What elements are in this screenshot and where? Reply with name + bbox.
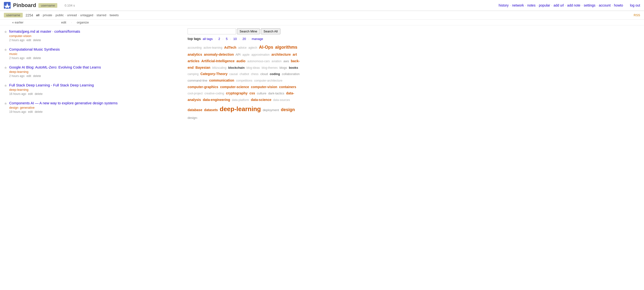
cloud-tag-architecture[interactable]: architecture xyxy=(272,53,291,56)
cloud-tag-algorithms[interactable]: algorithms xyxy=(275,45,297,50)
star-button[interactable]: ★ xyxy=(4,30,7,34)
delete-action[interactable]: delete xyxy=(34,110,42,113)
cloud-tag-computer-graphics[interactable]: computer-graphics xyxy=(188,85,218,89)
cloud-tag-aws[interactable]: aws xyxy=(283,59,289,63)
edit-action[interactable]: edit xyxy=(26,39,31,42)
search-input[interactable] xyxy=(188,28,236,34)
cloud-tag-accounting[interactable]: accounting xyxy=(188,46,202,49)
cloud-tag-articles[interactable]: articles xyxy=(188,59,200,63)
cloud-tag-anomaly-detection[interactable]: anomaly-detection xyxy=(204,53,234,56)
cloud-tag-coding[interactable]: coding xyxy=(270,72,280,76)
filter-public[interactable]: public xyxy=(56,13,64,17)
cloud-tag-agtech[interactable]: agtech xyxy=(248,46,257,49)
cloud-tag-advice[interactable]: advice xyxy=(238,46,246,49)
cloud-tag-communication[interactable]: communication xyxy=(209,78,234,82)
cloud-tag-artificial-intelligence[interactable]: Artificial-Intelligence xyxy=(201,59,235,63)
cloud-tag-autonomous-cars[interactable]: autonomous-cars xyxy=(247,60,270,63)
nav-account[interactable]: account xyxy=(599,4,611,7)
cloud-tag-books[interactable]: books xyxy=(289,66,298,69)
cloud-tag-blog-themes[interactable]: blog-themes xyxy=(262,66,278,69)
cloud-tag-containers[interactable]: containers xyxy=(279,85,296,89)
cloud-tag-deployment[interactable]: deployment xyxy=(263,108,279,112)
cloud-tag-culture[interactable]: culture xyxy=(257,91,266,95)
cloud-tag-blog-ideas[interactable]: blog-ideas xyxy=(246,66,260,69)
tag-count-2[interactable]: 2 xyxy=(218,37,220,41)
nav-add-url[interactable]: add url xyxy=(554,4,564,7)
delete-action[interactable]: delete xyxy=(34,92,42,96)
tag-count-20[interactable]: 20 xyxy=(242,37,246,41)
cloud-tag-blitzscaling[interactable]: blitzscaling xyxy=(212,66,226,69)
delete-action[interactable]: delete xyxy=(33,56,41,60)
cloud-tag-blockchain[interactable]: blockchain xyxy=(228,66,245,69)
cloud-tag-category-theory[interactable]: Category-Theory xyxy=(200,72,228,76)
cloud-tag-design[interactable]: design xyxy=(281,107,295,112)
cloud-tag-data-platform[interactable]: data-platform xyxy=(232,98,249,102)
bookmark-title[interactable]: Components AI — A new way to explore gen… xyxy=(9,101,118,105)
edit-link[interactable]: edit xyxy=(61,21,66,24)
search-all-button[interactable]: Search All xyxy=(261,28,280,34)
cloud-tag-adtech[interactable]: AdTech xyxy=(224,46,236,49)
star-button[interactable]: ★ xyxy=(4,47,7,52)
nav-history[interactable]: history xyxy=(499,4,508,7)
cloud-tag-art[interactable]: art xyxy=(293,53,297,56)
manage-tags-link[interactable]: manage xyxy=(252,37,263,41)
edit-action[interactable]: edit xyxy=(26,56,31,60)
edit-action[interactable]: edit xyxy=(26,74,31,78)
cloud-tag-causal[interactable]: causal xyxy=(230,72,238,76)
cloud-tag-competitions[interactable]: competitions xyxy=(236,79,252,82)
cloud-tag-data-science[interactable]: data-science xyxy=(251,98,272,102)
nav-popular[interactable]: popular xyxy=(539,4,550,7)
bookmark-title[interactable]: Full Stack Deep Learning - Full Stack De… xyxy=(9,83,94,87)
tag-link[interactable]: design xyxy=(9,106,18,109)
cloud-tag-deep-learning[interactable]: deep-learning xyxy=(220,105,261,112)
cloud-tag-command-line[interactable]: command-line xyxy=(188,79,208,82)
tag-link[interactable]: music xyxy=(9,52,18,56)
cloud-tag-collaboration[interactable]: collaboration xyxy=(282,72,300,76)
cloud-tag-creative-coding[interactable]: creative-coding xyxy=(204,92,224,95)
cloud-tag-approximation[interactable]: approximation xyxy=(252,53,270,56)
filter-starred[interactable]: starred xyxy=(96,13,106,17)
cloud-tag-analytics[interactable]: analytics xyxy=(188,53,202,56)
tag-link[interactable]: computer-vision xyxy=(9,34,32,38)
star-button[interactable]: ★ xyxy=(4,101,7,106)
tag-link[interactable]: generative xyxy=(20,106,34,109)
nav-add-note[interactable]: add note xyxy=(567,4,580,7)
filter-unread[interactable]: unread xyxy=(67,13,77,17)
cloud-tag-css[interactable]: css xyxy=(250,91,255,95)
delete-action[interactable]: delete xyxy=(33,74,41,78)
delete-action[interactable]: delete xyxy=(33,39,41,42)
edit-action[interactable]: edit xyxy=(28,110,33,113)
tag-link[interactable]: deep-learning xyxy=(9,70,28,74)
cloud-tag-blogs[interactable]: blogs xyxy=(280,66,287,69)
cloud-tag-computer-architecture[interactable]: computer-architecture xyxy=(254,79,282,82)
star-button[interactable]: ★ xyxy=(4,65,7,70)
cloud-tag-bayesian[interactable]: Bayesian xyxy=(196,66,210,69)
search-mine-button[interactable]: Search Mine xyxy=(237,28,260,34)
cloud-tag-cloud[interactable]: cloud xyxy=(260,72,268,76)
edit-action[interactable]: edit xyxy=(28,92,33,96)
nav-notes[interactable]: notes xyxy=(527,4,536,7)
cloud-tag-computer-science[interactable]: computer-science xyxy=(220,85,249,89)
nav-network[interactable]: network xyxy=(512,4,524,7)
cloud-tag-active-learning[interactable]: active-learning xyxy=(204,46,222,49)
tag-count-5[interactable]: 5 xyxy=(226,37,228,41)
filter-all[interactable]: all xyxy=(36,13,40,17)
cloud-tag-api[interactable]: API xyxy=(236,53,240,56)
filter-private[interactable]: private xyxy=(43,13,52,17)
cloud-tag-apple[interactable]: apple xyxy=(242,53,250,56)
cloud-tag-camping[interactable]: camping xyxy=(188,72,198,76)
bookmark-title[interactable]: formats/jpeg.md at master · corkami/form… xyxy=(9,29,80,33)
nav-howto[interactable]: howto xyxy=(614,4,623,7)
tag-count-10[interactable]: 10 xyxy=(233,37,237,41)
organize-link[interactable]: organize xyxy=(77,21,89,24)
cloud-tag-data-engineering[interactable]: data-engineering xyxy=(203,98,230,102)
cloud-tag-ai-ops[interactable]: AI-Ops xyxy=(259,45,273,50)
cloud-tag-dark-tactics[interactable]: dark-tactics xyxy=(268,91,284,95)
cloud-tag-database[interactable]: database xyxy=(188,108,202,112)
nav-settings[interactable]: settings xyxy=(584,4,596,7)
cloud-tag-cryptography[interactable]: cryptography xyxy=(226,91,248,95)
star-button[interactable]: ★ xyxy=(4,83,7,88)
logout-link[interactable]: log out xyxy=(630,4,640,7)
cloud-tag-chatbot[interactable]: chatbot xyxy=(240,72,249,76)
all-tags-link[interactable]: all tags xyxy=(202,37,212,41)
